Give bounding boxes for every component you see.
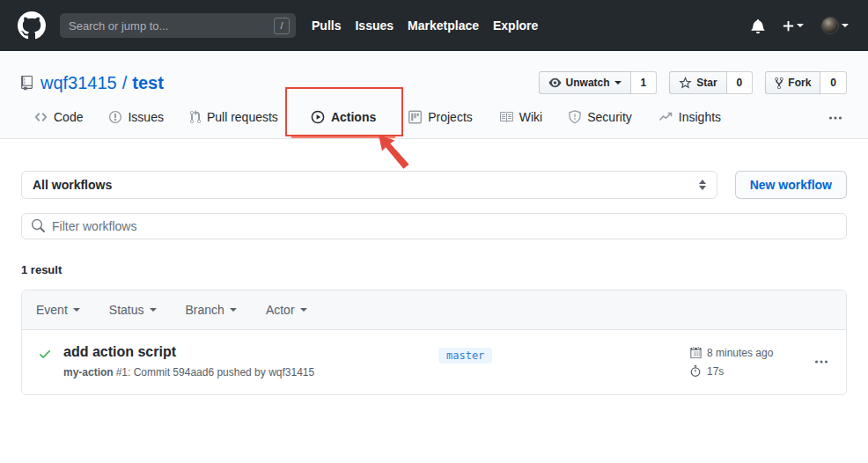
play-circle-icon [311, 110, 325, 124]
tab-actions[interactable]: Actions [291, 98, 395, 138]
plus-icon [783, 19, 794, 33]
branch-filter-dropdown[interactable]: Branch [186, 303, 237, 317]
star-icon [679, 77, 692, 89]
github-actions-page: / Pulls Issues Marketplace Explore [0, 0, 868, 463]
create-new-plus-menu[interactable] [783, 19, 804, 33]
workflow-name: my-action [63, 366, 114, 378]
fork-label: Fork [788, 75, 811, 91]
tab-wiki[interactable]: Wiki [486, 98, 555, 138]
nav-link-marketplace[interactable]: Marketplace [408, 18, 479, 33]
filter-workflows-input[interactable] [52, 219, 837, 233]
filter-workflows-box[interactable] [21, 213, 847, 239]
project-board-icon [408, 110, 422, 124]
forks-count[interactable]: 0 [820, 71, 847, 94]
run-description: #1: Commit 594aad6 pushed by wqf31415 [116, 366, 315, 378]
watch-button-group: Unwatch 1 [539, 71, 658, 94]
tab-projects[interactable]: Projects [395, 98, 486, 138]
chevron-down-icon [150, 308, 157, 312]
unwatch-label: Unwatch [566, 75, 610, 91]
pull-request-icon [190, 110, 201, 124]
code-icon [34, 110, 48, 124]
fork-button-group: Fork 0 [765, 71, 847, 94]
run-options-kebab-icon[interactable] [811, 351, 832, 372]
filter-label: Actor [266, 303, 295, 317]
user-avatar-menu[interactable] [821, 17, 849, 34]
github-logo-icon[interactable] [18, 11, 46, 40]
run-time: 8 minutes ago [689, 346, 781, 359]
nav-link-explore[interactable]: Explore [493, 18, 538, 33]
filter-label: Branch [186, 303, 224, 317]
actor-filter-dropdown[interactable]: Actor [266, 303, 307, 317]
eye-icon [548, 77, 562, 89]
notifications-bell-icon[interactable] [751, 18, 765, 33]
unwatch-button[interactable]: Unwatch [539, 71, 631, 94]
nav-link-pulls[interactable]: Pulls [312, 18, 341, 33]
tab-pull-requests[interactable]: Pull requests [177, 98, 291, 138]
result-count: 1 result [21, 263, 847, 276]
shield-icon [569, 110, 581, 124]
run-meta-block: 8 minutes ago 17s [689, 346, 781, 378]
chevron-down-icon [797, 24, 804, 27]
tab-overflow-kebab-icon[interactable] [824, 107, 847, 129]
tab-issues[interactable]: Issues [96, 98, 176, 138]
tab-insights[interactable]: Insights [645, 98, 734, 138]
filter-label: Event [36, 303, 68, 317]
branch-badge[interactable]: master [438, 348, 492, 364]
filter-label: Status [109, 303, 144, 317]
book-icon [499, 110, 513, 124]
global-search-box[interactable]: / [60, 13, 296, 38]
workflow-toolbar: All workflows New workflow [21, 171, 847, 199]
star-button[interactable]: Star [669, 71, 726, 94]
run-duration: 17s [689, 364, 781, 378]
tab-label: Issues [128, 110, 163, 124]
run-title-block: add action script my-action#1: Commit 59… [63, 344, 438, 378]
status-filter-dropdown[interactable]: Status [109, 303, 157, 317]
search-input[interactable] [69, 19, 274, 33]
user-avatar [821, 17, 839, 34]
tab-code[interactable]: Code [21, 98, 96, 138]
new-workflow-button[interactable]: New workflow [735, 171, 847, 199]
tab-label: Security [587, 110, 632, 124]
star-button-group: Star 0 [669, 71, 753, 94]
issue-opened-icon [109, 110, 121, 124]
nav-link-issues[interactable]: Issues [355, 18, 394, 33]
workflow-selector-value: All workflows [33, 178, 112, 192]
tab-label: Wiki [519, 110, 542, 124]
run-subtitle: my-action#1: Commit 594aad6 pushed by wq… [63, 366, 438, 378]
annotation-arrow [372, 133, 415, 172]
chevron-down-icon [230, 308, 237, 312]
actions-main-content: All workflows New workflow 1 result Even… [0, 171, 868, 395]
repo-social-buttons: Unwatch 1 Star 0 Fork [539, 71, 847, 94]
fork-icon [775, 77, 783, 90]
chevron-down-icon [73, 308, 80, 312]
calendar-icon [689, 346, 702, 359]
repo-tab-navigation: Code Issues Pull requests Actions Proj [0, 98, 868, 138]
workflow-selector[interactable]: All workflows [21, 171, 717, 199]
repo-owner-link[interactable]: wqf31415 [40, 73, 117, 93]
run-duration-value: 17s [707, 365, 724, 378]
workflow-run-row: add action script my-action#1: Commit 59… [22, 330, 846, 394]
slash-key-hint: / [274, 18, 290, 34]
tab-label: Actions [331, 110, 376, 124]
workflow-runs-table: Event Status Branch Actor add action scr… [21, 290, 847, 395]
event-filter-dropdown[interactable]: Event [36, 303, 80, 317]
graph-icon [658, 110, 673, 124]
fork-button[interactable]: Fork [765, 71, 820, 94]
run-title-link[interactable]: add action script [63, 344, 438, 360]
success-check-icon [38, 347, 52, 361]
run-relative-time: 8 minutes ago [707, 347, 773, 359]
star-label: Star [696, 75, 717, 91]
chevron-down-icon [300, 308, 307, 312]
chevron-down-icon [614, 81, 622, 85]
tab-security[interactable]: Security [555, 98, 645, 138]
repo-separator: / [117, 73, 133, 93]
repo-name-link[interactable]: test [132, 73, 164, 93]
tab-label: Code [54, 110, 83, 124]
watchers-count[interactable]: 1 [631, 71, 658, 94]
search-icon [31, 219, 45, 233]
chevron-down-icon [842, 24, 849, 27]
select-updown-icon [699, 180, 706, 190]
repo-icon [21, 76, 33, 91]
stargazers-count[interactable]: 0 [727, 71, 754, 94]
repo-title-row: wqf31415 / test Unwatch 1 Star [0, 51, 868, 96]
